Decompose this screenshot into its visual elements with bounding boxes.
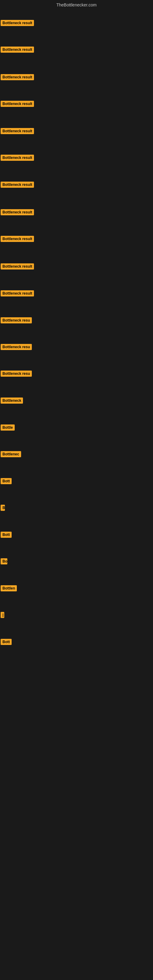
- list-item: Bottle: [0, 422, 153, 433]
- bottleneck-result-badge[interactable]: Bottlen: [1, 585, 17, 591]
- site-title: TheBottlenecker.com: [0, 0, 153, 9]
- list-item: Bottleneck resu: [0, 315, 153, 326]
- bottleneck-result-badge[interactable]: Bottleneck result: [1, 155, 34, 161]
- list-item: Bottleneck result: [0, 288, 153, 299]
- list-item: Bottleneck: [0, 395, 153, 406]
- bottleneck-result-badge[interactable]: |: [1, 612, 4, 618]
- list-item: Bottleneck result: [0, 179, 153, 190]
- list-item: Bottlenec: [0, 449, 153, 460]
- bottleneck-result-badge[interactable]: Bottleneck result: [1, 209, 34, 215]
- bottleneck-result-badge[interactable]: Bo: [1, 558, 7, 565]
- list-item: Bottleneck result: [0, 72, 153, 83]
- bottleneck-result-badge[interactable]: Bottleneck result: [1, 101, 34, 107]
- bottleneck-result-badge[interactable]: Bottle: [1, 425, 15, 431]
- list-item: Bott: [0, 529, 153, 540]
- list-item: Bottleneck result: [0, 261, 153, 272]
- list-item: Bo: [0, 556, 153, 567]
- list-item: B: [0, 502, 153, 513]
- bottleneck-result-badge[interactable]: Bottleneck: [1, 398, 23, 404]
- bottleneck-result-badge[interactable]: Bottleneck result: [1, 236, 34, 242]
- bottleneck-result-badge[interactable]: B: [1, 505, 5, 511]
- list-item: |: [0, 609, 153, 620]
- bottleneck-result-badge[interactable]: Bottleneck resu: [1, 371, 32, 377]
- bottleneck-result-badge[interactable]: Bottleneck result: [1, 20, 34, 26]
- list-item: Bottleneck result: [0, 126, 153, 137]
- bottleneck-result-badge[interactable]: Bottlenec: [1, 451, 21, 457]
- list-item: Bott: [0, 636, 153, 648]
- bottleneck-result-badge[interactable]: Bottleneck result: [1, 128, 34, 134]
- list-item: Bottleneck result: [0, 98, 153, 109]
- list-item: Bott: [0, 476, 153, 487]
- list-item: Bottleneck result: [0, 207, 153, 218]
- list-item: Bottleneck result: [0, 44, 153, 55]
- bottleneck-result-badge[interactable]: Bott: [1, 478, 12, 484]
- list-item: Bottleneck resu: [0, 368, 153, 379]
- bottleneck-result-badge[interactable]: Bottleneck resu: [1, 344, 32, 350]
- bottleneck-result-badge[interactable]: Bottleneck result: [1, 46, 34, 52]
- list-item: Bottleneck result: [0, 18, 153, 29]
- bottleneck-result-badge[interactable]: Bottleneck result: [1, 290, 34, 296]
- bottleneck-result-badge[interactable]: Bott: [1, 639, 12, 645]
- list-item: Bottlen: [0, 583, 153, 594]
- list-item: Bottleneck result: [0, 152, 153, 163]
- list-item: Bottleneck resu: [0, 342, 153, 353]
- bottleneck-result-badge[interactable]: Bottleneck result: [1, 74, 34, 80]
- bottleneck-result-badge[interactable]: Bottleneck result: [1, 181, 34, 188]
- bottleneck-result-badge[interactable]: Bottleneck result: [1, 263, 34, 269]
- list-item: Bottleneck result: [0, 233, 153, 244]
- bottleneck-result-badge[interactable]: Bott: [1, 531, 12, 538]
- bottleneck-result-badge[interactable]: Bottleneck resu: [1, 317, 32, 323]
- site-title-container: TheBottlenecker.com: [0, 0, 153, 9]
